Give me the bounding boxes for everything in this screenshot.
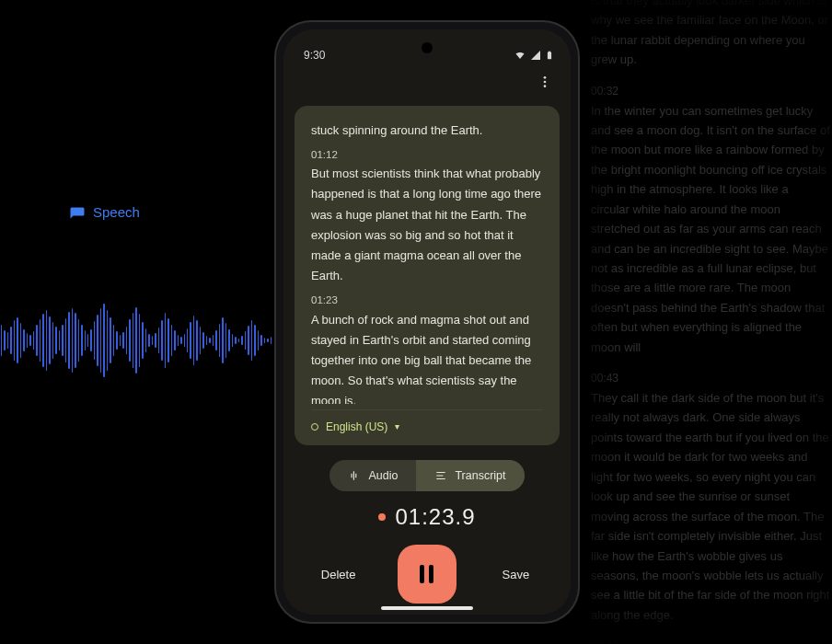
waveform-bar xyxy=(135,307,136,374)
waveform-bar xyxy=(33,331,34,350)
bg-transcript-segment: They call it the dark side of the moon b… xyxy=(591,388,830,625)
waveform-bar xyxy=(81,325,82,356)
waveform-bar xyxy=(90,329,91,351)
waveform-bar xyxy=(196,320,197,361)
waveform-bar xyxy=(206,336,207,345)
delete-button[interactable]: Delete xyxy=(306,568,371,581)
waveform-bar xyxy=(10,327,11,354)
waveform-bar xyxy=(100,308,101,373)
action-row: Delete Save xyxy=(283,545,571,604)
waveform-bar xyxy=(85,330,86,351)
waveform-bar xyxy=(165,313,166,368)
audio-waveform xyxy=(0,285,295,396)
bg-transcript-timestamp: 00:49 xyxy=(591,638,830,644)
waveform-bar xyxy=(68,312,69,369)
waveform-bar xyxy=(260,335,261,346)
waveform-bar xyxy=(238,339,239,342)
waveform-bar xyxy=(155,333,156,348)
transcript-segment: But most scientists think that what prob… xyxy=(311,164,543,286)
transcript-fragment: stuck spinning around the Earth. xyxy=(311,121,543,141)
waveform-bar xyxy=(145,328,146,352)
more-options-button[interactable] xyxy=(532,69,558,95)
transcript-timestamp: 01:12 xyxy=(311,146,543,165)
tab-transcript-label: Transcript xyxy=(455,469,505,482)
camera-punch-hole xyxy=(422,42,433,53)
waveform-bar xyxy=(200,327,201,354)
waveform-bar xyxy=(232,334,233,347)
waveform-bar xyxy=(235,337,236,344)
waveform-bar xyxy=(129,319,130,362)
speech-label-text: Speech xyxy=(93,204,140,220)
waveform-bar xyxy=(241,336,242,345)
language-active-icon xyxy=(311,423,318,431)
waveform-bar xyxy=(202,332,203,349)
waveform-bar xyxy=(245,331,246,350)
battery-icon xyxy=(545,49,554,62)
waveform-bar xyxy=(209,338,210,343)
waveform-bar xyxy=(142,322,143,359)
bg-transcript-segment: In the winter you can sometimes get luck… xyxy=(591,101,830,358)
transcript-segment: A bunch of rock and magma shot out and s… xyxy=(311,310,543,404)
waveform-bar xyxy=(46,310,47,371)
waveform-bar xyxy=(62,325,63,356)
pause-button[interactable] xyxy=(398,545,456,604)
pause-icon xyxy=(420,565,433,583)
chevron-down-icon: ▾ xyxy=(395,419,399,434)
recording-timer: 01:23.9 xyxy=(283,504,571,530)
waveform-bar xyxy=(1,325,2,356)
language-selector[interactable]: English (US) ▾ xyxy=(311,409,543,436)
waveform-bar xyxy=(258,330,259,351)
save-button[interactable]: Save xyxy=(483,568,548,581)
waveform-bar xyxy=(219,324,220,357)
waveform-bar xyxy=(133,313,133,368)
waveform-bar xyxy=(4,330,5,351)
waveform-bar xyxy=(59,330,60,351)
waveform-bar xyxy=(94,321,95,360)
waveform-bar xyxy=(49,316,50,364)
waveform-bar xyxy=(152,336,153,345)
waveform-bar xyxy=(120,335,121,346)
svg-point-1 xyxy=(544,80,547,83)
transcript-lines-icon xyxy=(434,469,447,482)
tab-transcript[interactable]: Transcript xyxy=(416,460,524,491)
waveform-bar xyxy=(40,319,40,362)
waveform-bar xyxy=(225,323,226,358)
waveform-bar xyxy=(168,318,168,362)
tab-audio-label: Audio xyxy=(368,469,398,482)
waveform-bar xyxy=(222,317,223,363)
waveform-bar xyxy=(184,334,185,347)
waveform-bar xyxy=(190,322,191,359)
waveform-bar xyxy=(116,331,117,350)
waveform-bar xyxy=(87,334,88,347)
waveform-bar xyxy=(215,330,216,351)
svg-point-2 xyxy=(544,85,547,87)
waveform-bar xyxy=(17,317,17,363)
language-label: English (US) xyxy=(326,418,387,436)
wifi-icon xyxy=(514,50,526,61)
statusbar-time: 9:30 xyxy=(304,49,325,62)
waveform-bar xyxy=(122,332,123,349)
speech-bubble-icon xyxy=(69,206,86,219)
waveform-bar xyxy=(193,316,194,365)
bg-transcript-timestamp: 00:43 xyxy=(591,370,830,388)
waveform-bar xyxy=(42,314,43,367)
waveform-bar xyxy=(103,304,104,377)
waveform-bar xyxy=(65,318,66,362)
waveform-bar xyxy=(75,313,75,368)
waveform-bar xyxy=(213,335,214,346)
tab-audio[interactable]: Audio xyxy=(329,460,416,491)
waveform-bar xyxy=(126,327,127,354)
home-indicator[interactable] xyxy=(381,606,473,610)
waveform-bar xyxy=(55,327,56,354)
timer-value: 01:23.9 xyxy=(395,504,475,530)
waveform-bar xyxy=(254,325,255,356)
waveform-bar xyxy=(72,308,73,373)
waveform-bar xyxy=(113,325,114,356)
waveform-bar xyxy=(158,328,159,353)
waveform-bar xyxy=(267,339,268,342)
bg-transcript-timestamp: 00:32 xyxy=(591,83,830,101)
waveform-bar xyxy=(23,329,24,351)
phone-device-frame: 9:30 stuck spinning around the Earth.01:… xyxy=(274,20,580,624)
transcript-timestamp: 01:23 xyxy=(311,292,543,310)
transcript-scroll-area[interactable]: stuck spinning around the Earth.01:12But… xyxy=(311,121,543,404)
